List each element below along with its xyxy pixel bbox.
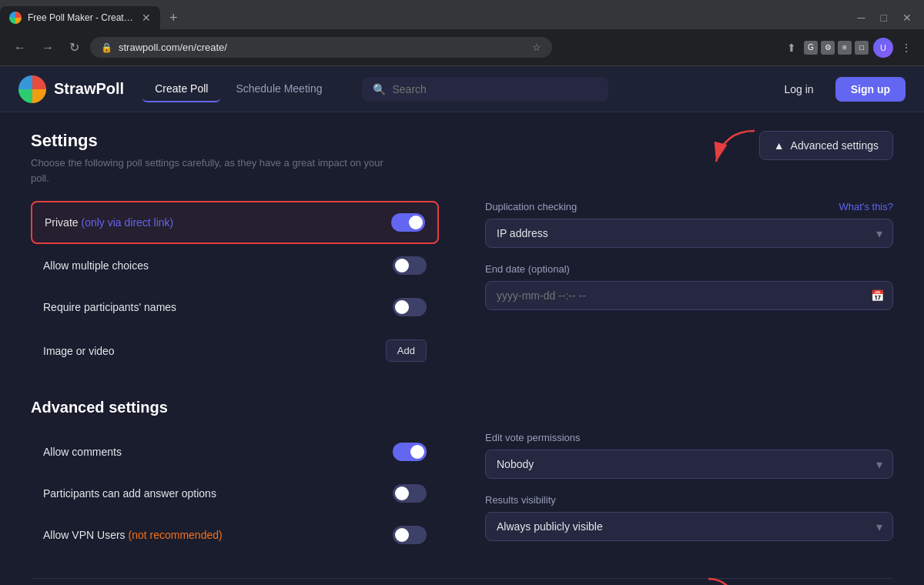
duplication-label: Duplication checking What's this?	[485, 201, 893, 212]
extension-icon-1[interactable]: G	[804, 41, 818, 55]
multiple-choices-label: Allow multiple choices	[43, 259, 149, 272]
login-button[interactable]: Log in	[772, 77, 826, 102]
allow-comments-row: Allow comments	[31, 432, 439, 472]
address-bar: ← → ↻ 🔒 strawpoll.com/en/create/ ☆ ⬆ G ⚙…	[0, 29, 924, 66]
advanced-settings-section: Advanced settings Allow comments Partici…	[31, 396, 893, 557]
participants-add-toggle[interactable]	[393, 484, 427, 503]
search-icon: 🔍	[373, 83, 386, 95]
url-actions: ⬆ G ⚙ ≡ □ U ⋮	[784, 38, 915, 58]
advanced-settings-title: Advanced settings	[31, 396, 893, 416]
tab-title: Free Poll Maker - Create an Onli...	[28, 12, 136, 23]
settings-title: Settings	[31, 131, 385, 151]
end-date-group: End date (optional) 📅	[485, 263, 893, 310]
tab-close-icon[interactable]: ✕	[142, 12, 151, 24]
edit-vote-select[interactable]: Nobody	[485, 450, 893, 479]
url-text: strawpoll.com/en/create/	[119, 42, 526, 53]
allow-vpn-row: Allow VPN Users (not recommended)	[31, 515, 439, 555]
allow-vpn-label: Allow VPN Users (not recommended)	[43, 529, 223, 541]
multiple-toggle-slider	[393, 256, 427, 275]
share-icon[interactable]: ⬆	[784, 38, 799, 57]
allow-comments-label: Allow comments	[43, 446, 122, 458]
profile-avatar[interactable]: U	[873, 38, 893, 58]
nav-tabs: Create Poll Schedule Meeting	[142, 76, 334, 102]
multiple-choices-toggle[interactable]	[393, 256, 427, 275]
logo-text: StrawPoll	[54, 80, 124, 98]
nav-tab-schedule-meeting[interactable]: Schedule Meeting	[223, 76, 334, 102]
end-date-wrapper: 📅	[485, 281, 893, 310]
add-media-button[interactable]: Add	[386, 339, 427, 362]
end-date-input[interactable]	[485, 281, 893, 310]
back-button[interactable]: ←	[9, 38, 31, 58]
participants-add-label: Participants can add answer options	[43, 487, 216, 500]
section-title-block: Settings Choose the following poll setti…	[31, 131, 385, 186]
extension-icon-3[interactable]: ≡	[838, 41, 852, 55]
maximize-icon[interactable]: □	[875, 12, 893, 24]
nav-tab-create-poll[interactable]: Create Poll	[142, 76, 220, 102]
require-names-slider	[393, 298, 427, 316]
url-bar[interactable]: 🔒 strawpoll.com/en/create/ ☆	[90, 37, 552, 58]
edit-vote-group: Edit vote permissions Nobody	[485, 432, 893, 479]
private-setting-row: Private (only via direct link)	[31, 201, 439, 244]
image-video-label: Image or video	[43, 345, 115, 357]
allow-comments-toggle[interactable]	[393, 443, 427, 461]
advanced-settings-left: Allow comments Participants can add answ…	[31, 432, 439, 557]
image-video-row: Image or video Add	[31, 329, 439, 373]
minimize-icon[interactable]: ─	[852, 12, 872, 24]
private-toggle[interactable]	[391, 213, 425, 232]
calendar-icon: 📅	[871, 289, 884, 302]
multiple-choices-row: Allow multiple choices	[31, 246, 439, 286]
duplication-select-wrapper: IP address	[485, 219, 893, 248]
results-visibility-select[interactable]: Always publicly visible	[485, 512, 893, 541]
browser-tab[interactable]: Free Poll Maker - Create an Onli... ✕	[0, 6, 160, 29]
results-visibility-group: Results visibility Always publicly visib…	[485, 494, 893, 541]
require-names-row: Require participants' names	[31, 287, 439, 327]
extension-icon-2[interactable]: ⚙	[821, 41, 835, 55]
main-content: Settings Choose the following poll setti…	[0, 112, 924, 585]
tab-favicon	[9, 12, 22, 24]
settings-left: Private (only via direct link) Allow mul…	[31, 201, 439, 374]
search-bar[interactable]: 🔍	[362, 77, 608, 102]
participants-add-row: Participants can add answer options	[31, 473, 439, 513]
advanced-settings-right: Edit vote permissions Nobody Results vis…	[485, 432, 893, 557]
section-header: Settings Choose the following poll setti…	[31, 131, 893, 186]
bookmark-icon[interactable]: ☆	[532, 42, 541, 53]
whats-this-link[interactable]: What's this?	[839, 201, 893, 212]
tab-bar: Free Poll Maker - Create an Onli... ✕ + …	[0, 0, 924, 29]
search-input[interactable]	[392, 83, 598, 95]
forward-button[interactable]: →	[37, 38, 59, 58]
logo: StrawPoll	[18, 75, 124, 103]
extension-icon-4[interactable]: □	[855, 41, 869, 55]
allow-vpn-slider	[393, 526, 427, 544]
participants-add-slider	[393, 484, 427, 503]
refresh-button[interactable]: ↻	[65, 37, 84, 58]
signup-button[interactable]: Sign up	[835, 77, 906, 102]
duplication-group: Duplication checking What's this? IP add…	[485, 201, 893, 248]
settings-grid: Private (only via direct link) Allow mul…	[31, 201, 893, 374]
new-tab-button[interactable]: +	[160, 10, 187, 26]
results-visibility-select-wrapper: Always publicly visible	[485, 512, 893, 541]
allow-comments-slider	[393, 443, 427, 461]
edit-vote-label: Edit vote permissions	[485, 432, 893, 443]
menu-icon[interactable]: ⋮	[898, 38, 915, 57]
close-icon[interactable]: ✕	[896, 12, 918, 24]
private-label: Private (only via direct link)	[45, 216, 173, 229]
end-date-label: End date (optional)	[485, 263, 893, 275]
results-visibility-label: Results visibility	[485, 494, 893, 506]
footer-divider	[31, 578, 893, 579]
duplication-select[interactable]: IP address	[485, 219, 893, 248]
browser-chrome: Free Poll Maker - Create an Onli... ✕ + …	[0, 0, 924, 66]
allow-vpn-toggle[interactable]	[393, 526, 427, 544]
require-names-label: Require participants' names	[43, 301, 176, 313]
app-header: StrawPoll Create Poll Schedule Meeting 🔍…	[0, 66, 924, 112]
logo-icon	[18, 75, 46, 103]
extensions-area: G ⚙ ≡ □	[804, 41, 869, 55]
advanced-settings-button[interactable]: ▲ Advanced settings	[759, 131, 893, 160]
chevron-up-icon: ▲	[774, 139, 785, 152]
private-toggle-slider	[391, 213, 425, 232]
edit-vote-select-wrapper: Nobody	[485, 450, 893, 479]
settings-section: Settings Choose the following poll setti…	[31, 131, 893, 374]
lock-icon: 🔒	[101, 42, 112, 53]
settings-description: Choose the following poll settings caref…	[31, 155, 385, 186]
require-names-toggle[interactable]	[393, 298, 427, 316]
settings-right: Duplication checking What's this? IP add…	[485, 201, 893, 374]
